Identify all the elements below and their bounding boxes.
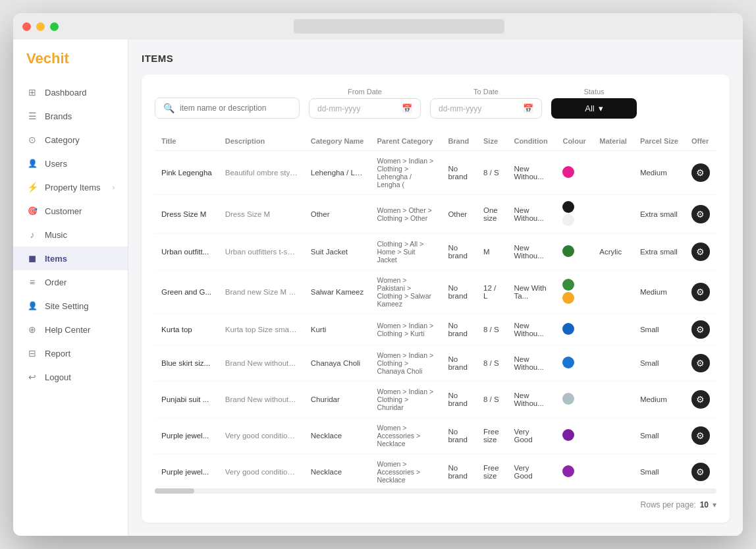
- cell-condition: New Withou...: [507, 234, 556, 270]
- filters-bar: 🔍 From Date dd-mm-yyyy 📅 To Date d: [155, 88, 716, 119]
- search-input[interactable]: [180, 103, 291, 113]
- sidebar-item-dashboard[interactable]: ⊞ Dashboard: [13, 80, 128, 104]
- brands-icon: ☰: [26, 110, 38, 122]
- cell-title: Purple jewel...: [155, 454, 219, 486]
- offer-action-button[interactable]: ⚙: [691, 426, 710, 445]
- sidebar-item-order[interactable]: ≡ Order: [13, 270, 128, 294]
- cell-size: 8 / S: [477, 314, 507, 345]
- sidebar-item-site-setting[interactable]: 👤 Site Setting: [13, 294, 128, 318]
- sidebar-item-items[interactable]: ◼ Items: [13, 246, 128, 270]
- offer-action-button[interactable]: ⚙: [691, 354, 710, 372]
- table-row: Dress Size M Dress Size M Other Women > …: [155, 195, 716, 234]
- colour-dot: [562, 465, 574, 477]
- sidebar-label-help-center: Help Center: [45, 325, 90, 335]
- sidebar-label-category: Category: [45, 135, 80, 145]
- cell-offer[interactable]: ⚙: [685, 314, 716, 345]
- cell-description: Very good condition Worn once for a wedd…: [219, 418, 304, 454]
- cell-brand: No brand: [441, 151, 477, 195]
- col-parcel-size: Parcel Size: [634, 132, 685, 151]
- cell-parent-category: Clothing > All > Home > Suit Jacket: [370, 234, 441, 270]
- cell-category-name: Necklace: [304, 454, 371, 486]
- cell-offer[interactable]: ⚙: [685, 345, 716, 382]
- col-description: Description: [219, 132, 304, 151]
- logo-accent: it: [60, 50, 68, 67]
- cell-title: Green and G...: [155, 270, 219, 314]
- cell-description: Kurta top Size small 8/10 Brand New with…: [219, 314, 304, 345]
- table-row: Urban outfitt... Urban outfitters t-shir…: [155, 234, 716, 270]
- sidebar-item-property-items[interactable]: ⚡ Property Items ›: [13, 175, 128, 199]
- cell-parcel-size: Medium: [634, 382, 685, 418]
- offer-action-button[interactable]: ⚙: [691, 205, 710, 223]
- table-row: Punjabi suit ... Brand New without tags …: [155, 382, 716, 418]
- cell-offer[interactable]: ⚙: [685, 151, 716, 195]
- status-button[interactable]: All ▾: [551, 98, 637, 119]
- cell-material: [593, 345, 634, 382]
- rows-per-page-label: Rows per page:: [641, 500, 696, 509]
- cell-description: Brand new Size M 3 Piece Shalwar Kameez …: [219, 270, 304, 314]
- cell-condition: New Withou...: [507, 382, 556, 418]
- cell-title: Punjabi suit ...: [155, 382, 219, 418]
- cell-condition: Very Good: [507, 418, 556, 454]
- cell-offer[interactable]: ⚙: [685, 418, 716, 454]
- from-date-placeholder: dd-mm-yyyy: [317, 104, 360, 113]
- cell-category-name: Kurti: [304, 314, 371, 345]
- sidebar-item-help-center[interactable]: ⊕ Help Center: [13, 318, 128, 341]
- content-card: 🔍 From Date dd-mm-yyyy 📅 To Date d: [142, 74, 730, 523]
- horizontal-scrollbar[interactable]: [155, 488, 716, 494]
- cell-parent-category: Women > Indian > Clothing > Chanaya Chol…: [370, 345, 441, 382]
- from-date-input[interactable]: dd-mm-yyyy 📅: [309, 98, 421, 119]
- cell-condition: Very Good: [507, 454, 556, 486]
- offer-action-button[interactable]: ⚙: [691, 390, 710, 409]
- to-date-group: To Date dd-mm-yyyy 📅: [430, 88, 542, 119]
- sidebar-label-dashboard: Dashboard: [45, 88, 87, 98]
- scrollbar-thumb[interactable]: [155, 488, 194, 494]
- cell-size: 8 / S: [477, 151, 507, 195]
- cell-colour: [556, 195, 593, 234]
- sidebar-item-logout[interactable]: ↩ Logout: [13, 365, 128, 389]
- cell-parent-category: Women > Indian > Clothing > Lehengha / L…: [370, 151, 441, 195]
- offer-action-button[interactable]: ⚙: [691, 283, 710, 301]
- cell-parent-category: Women > Indian > Clothing > Churidar: [370, 382, 441, 418]
- sidebar-label-property-items: Property Items: [45, 183, 101, 192]
- offer-action-button[interactable]: ⚙: [691, 320, 710, 339]
- sidebar-item-users[interactable]: 👤 Users: [13, 152, 128, 175]
- maximize-button[interactable]: [50, 22, 59, 31]
- close-button[interactable]: [22, 22, 31, 31]
- cell-condition: New Withou...: [507, 195, 556, 234]
- report-icon: ⊟: [26, 347, 38, 359]
- sidebar-item-brands[interactable]: ☰ Brands: [13, 104, 128, 128]
- cell-material: [593, 454, 634, 486]
- cell-offer[interactable]: ⚙: [685, 270, 716, 314]
- offer-action-button[interactable]: ⚙: [691, 243, 710, 261]
- offer-action-button[interactable]: ⚙: [691, 163, 710, 182]
- cell-colour: [556, 382, 593, 418]
- cell-category-name: Chanaya Choli: [304, 345, 371, 382]
- logo-text: Vech: [26, 50, 60, 67]
- cell-parent-category: Women > Other > Clothing > Other: [370, 195, 441, 234]
- cell-parcel-size: Small: [634, 418, 685, 454]
- sidebar-item-customer[interactable]: 🎯 Customer: [13, 199, 128, 223]
- status-value: All: [585, 103, 594, 113]
- cell-colour: [556, 345, 593, 382]
- to-date-input[interactable]: dd-mm-yyyy 📅: [430, 98, 542, 119]
- sidebar-item-music[interactable]: ♪ Music: [13, 223, 128, 246]
- cell-offer[interactable]: ⚙: [685, 382, 716, 418]
- cell-offer[interactable]: ⚙: [685, 454, 716, 486]
- chevron-down-icon-rows[interactable]: ▾: [713, 500, 716, 509]
- sidebar-item-report[interactable]: ⊟ Report: [13, 341, 128, 365]
- search-box[interactable]: 🔍: [155, 98, 300, 119]
- offer-action-button[interactable]: ⚙: [691, 463, 710, 481]
- col-condition: Condition: [507, 132, 556, 151]
- sidebar-item-category[interactable]: ⊙ Category: [13, 128, 128, 152]
- cell-category-name: Lehengha / Lengh...: [304, 151, 371, 195]
- cell-offer[interactable]: ⚙: [685, 195, 716, 234]
- app-body: Vechit ⊞ Dashboard ☰ Brands ⊙ Category 👤…: [13, 40, 743, 536]
- cell-offer[interactable]: ⚙: [685, 234, 716, 270]
- col-colour: Colour: [556, 132, 593, 151]
- cell-size: One size: [477, 195, 507, 234]
- cell-material: [593, 382, 634, 418]
- minimize-button[interactable]: [36, 22, 45, 31]
- col-brand: Brand: [441, 132, 477, 151]
- category-icon: ⊙: [26, 134, 38, 146]
- cell-material: [593, 151, 634, 195]
